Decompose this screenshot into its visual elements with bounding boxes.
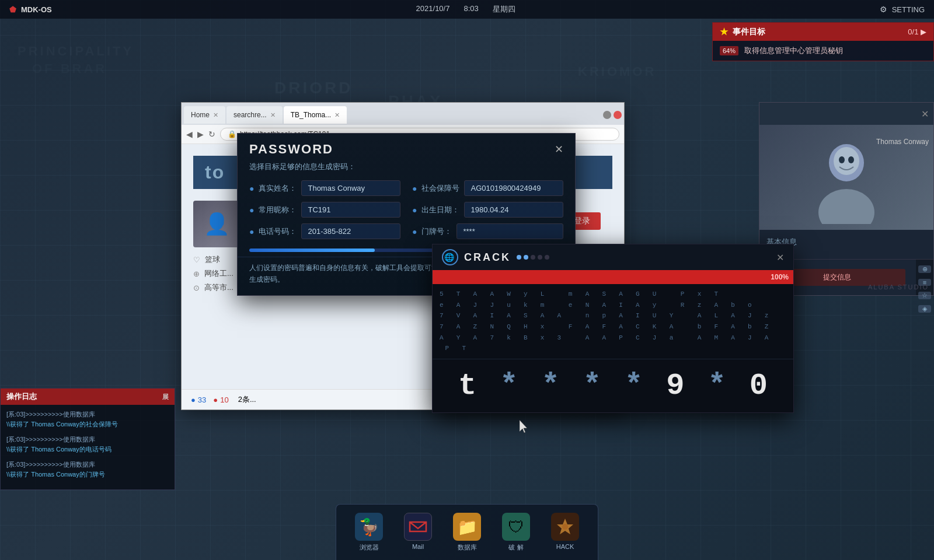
lock-icon: 🔒	[228, 130, 236, 138]
field-ssn: ● 社会保障号 AG01019800424949	[412, 180, 563, 196]
taskbar-crack-label: 破 解	[508, 543, 523, 552]
mission-header-left: ★ 事件目标	[720, 26, 765, 37]
map-label-principality: PRINCIPALITY	[18, 44, 134, 59]
crack-dot-1	[517, 255, 521, 260]
taskbar-hack[interactable]: HACK	[542, 509, 588, 555]
map-label-of-brar: OF BRAR	[32, 61, 107, 76]
tab-search-close[interactable]: ✕	[270, 111, 276, 119]
crack-title: 🌐 CRACK	[442, 249, 549, 265]
forward-button[interactable]: ▶	[197, 130, 204, 139]
operation-log: 操作日志 展 [系:03]>>>>>>>>>>使用数据库 \\获得了 Thoma…	[0, 388, 175, 490]
profile-window-header: ✕	[759, 103, 933, 125]
modal-progress-fill	[249, 249, 375, 252]
field-bullet-6: ●	[412, 227, 417, 236]
minimize-icon[interactable]	[603, 111, 611, 119]
location-icon: ⊙	[193, 284, 200, 292]
browser-tabs: Home ✕ searchre... ✕ TB_Thoma... ✕	[182, 103, 624, 125]
top-bar-left: ⬟ MDK-OS	[9, 5, 52, 14]
taskbar-hack-icon	[551, 513, 579, 541]
field-label-ssn: 社会保障号	[421, 183, 459, 194]
crack-dot-3	[531, 255, 535, 260]
tab-search-label: searchre...	[234, 111, 267, 119]
mission-count: 0/1 ▶	[908, 27, 926, 36]
crack-dot-5	[545, 255, 549, 260]
interest-3-label: 高等市...	[204, 282, 234, 293]
crack-progress-bar: 100%	[433, 270, 793, 284]
tab-home-close[interactable]: ✕	[213, 111, 218, 119]
browser-tab-home[interactable]: Home ✕	[184, 106, 225, 124]
log-entry-2: [系:03]>>>>>>>>>>使用数据库 \\获得了 Thomas Conwa…	[6, 435, 169, 454]
crack-matrix-row-4: 7 A Z N Q H x F A F A C K A b F A b Z	[440, 321, 786, 332]
crack-matrix: 5 T A A W y L m A S A G U P x T e A J J …	[433, 284, 793, 359]
svg-point-5	[562, 524, 568, 530]
interest-2-label: 网络工...	[204, 268, 234, 279]
topbar-date: 2021/10/7	[416, 4, 450, 15]
page-brand-text: to	[205, 162, 225, 183]
taskbar-crack[interactable]: 🛡 破 解	[493, 509, 539, 555]
tab-tb-close[interactable]: ✕	[334, 111, 340, 119]
profile-big-avatar: Thomas Conway	[759, 125, 933, 230]
top-bar-center: 2021/10/7 8:03 星期四	[416, 4, 515, 15]
close-icon[interactable]	[614, 111, 622, 119]
reload-button[interactable]: ↻	[208, 130, 215, 139]
like-button[interactable]: ● 33	[191, 396, 206, 404]
op-log-header: 操作日志 展	[1, 388, 175, 405]
os-name: MDK-OS	[21, 5, 52, 14]
field-bullet-1: ●	[249, 184, 254, 193]
mission-percent: 64%	[720, 46, 738, 55]
studio-label: ALUBA STUDIO	[868, 284, 929, 290]
mission-header: ★ 事件目标 0/1 ▶	[713, 23, 933, 41]
avatar-illustration	[811, 131, 881, 224]
svg-point-4	[848, 156, 854, 163]
field-value-phone: 201-385-822	[301, 223, 400, 239]
topbar-time: 8:03	[463, 4, 478, 15]
field-label-door: 门牌号：	[421, 226, 452, 237]
crack-matrix-row-1: 5 T A A W y L m A S A G U P x T	[440, 289, 786, 300]
sidebar-btn-1[interactable]: ⊕	[918, 265, 931, 273]
crack-progress-text: 100%	[771, 273, 789, 281]
taskbar-database[interactable]: 📁 数据库	[444, 509, 490, 555]
map-label-kriomor: KRIOMOR	[578, 64, 656, 79]
log-entry-3: [系:03]>>>>>>>>>>使用数据库 \\获得了 Thomas Conwa…	[6, 460, 169, 479]
log-entry-3-action: \\获得了 Thomas Conway的门牌号	[6, 471, 105, 478]
taskbar-browser-icon: 🦆	[355, 513, 383, 541]
crack-char-9: 9	[666, 369, 684, 403]
taskbar-hack-label: HACK	[556, 543, 574, 550]
op-log-collapse-button[interactable]: 展	[162, 393, 169, 401]
crack-char-star-1: *	[500, 369, 518, 403]
op-log-title: 操作日志	[6, 391, 37, 402]
crack-matrix-row-5: A Y A 7 k B x 3 A A P C J a A M A J A P …	[440, 332, 786, 354]
modal-header: PASSWORD ✕	[238, 134, 575, 162]
field-bullet-2: ●	[412, 184, 417, 193]
field-value-ssn: AG01019800424949	[464, 180, 563, 196]
browser-tab-tb[interactable]: TB_Thoma... ✕	[284, 106, 347, 124]
browser-window-controls	[603, 111, 622, 119]
taskbar-browser[interactable]: 🦆 浏览器	[346, 509, 392, 555]
crack-dots	[517, 255, 549, 260]
browser-tab-search[interactable]: searchre... ✕	[226, 106, 283, 124]
dislike-button[interactable]: ● 10	[213, 396, 228, 404]
svg-point-3	[839, 156, 845, 163]
crack-header: 🌐 CRACK ✕	[433, 244, 793, 270]
modal-close-button[interactable]: ✕	[555, 143, 563, 156]
taskbar-mail-icon	[404, 513, 432, 541]
top-bar-right[interactable]: ⚙ SETTING	[880, 5, 925, 14]
profile-name-overlay: Thomas Conway	[876, 136, 929, 148]
svg-point-1	[818, 189, 874, 224]
back-button[interactable]: ◀	[186, 130, 193, 139]
sidebar-btn-3[interactable]: ☆	[918, 292, 931, 299]
mission-star-icon: ★	[720, 26, 728, 37]
sidebar-btn-4[interactable]: ◈	[918, 305, 931, 313]
footer-comments: 2条...	[238, 394, 256, 405]
taskbar-crack-icon: 🛡	[502, 513, 530, 541]
modal-title: PASSWORD	[249, 142, 333, 157]
crack-dot-4	[538, 255, 542, 260]
settings-label[interactable]: SETTING	[892, 5, 925, 14]
crack-result: t * * * * 9 * 0	[433, 359, 793, 412]
field-phone: ● 电话号码： 201-385-822	[249, 223, 400, 239]
crack-close-button[interactable]: ✕	[776, 252, 784, 263]
profile-window-close-button[interactable]: ✕	[921, 108, 929, 120]
taskbar-mail[interactable]: Mail	[395, 509, 441, 555]
mission-body: 64% 取得信息管理中心管理员秘钥	[713, 41, 933, 61]
field-nickname: ● 常用昵称： TC191	[249, 202, 400, 218]
